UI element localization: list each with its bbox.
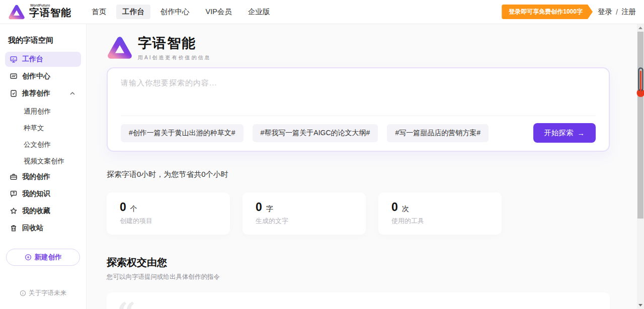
about-link[interactable]: 关于字语未来	[5, 289, 81, 297]
start-explore-label: 开始探索	[544, 128, 574, 138]
auth-links: 登录 / 注册	[598, 7, 636, 17]
thermometer-icon	[636, 67, 644, 98]
nav-item-enterprise[interactable]: 企业版	[242, 5, 276, 19]
search-input[interactable]	[121, 78, 596, 114]
arrow-right-icon: →	[578, 129, 585, 137]
workbench-icon	[10, 55, 18, 63]
sidebar-item-my-knowledge[interactable]: 我的知识	[5, 186, 81, 201]
stat-cards-row: 0 个 创建的项目 0 字 生成的文字 0 次 使用的工具	[107, 192, 637, 235]
new-creation-label: 新建创作	[35, 253, 62, 262]
sidebar-item-label: 回收站	[22, 224, 43, 233]
sidebar-item-creation-center[interactable]: 创作中心	[5, 69, 81, 84]
stat-label: 使用的工具	[391, 217, 489, 226]
auth-divider: /	[616, 8, 618, 16]
plus-circle-icon	[25, 254, 32, 261]
start-explore-button[interactable]: 开始探索 →	[533, 123, 596, 143]
sidebar-subitem-video-copy[interactable]: 视频文案创作	[5, 153, 81, 169]
logo-brand-text: 字语智能	[29, 8, 71, 18]
main-content: 字语智能 用AI创造更有价值的信息 #创作一篇关于黄山出游的种草文# #帮我写一…	[87, 24, 637, 309]
app-logo[interactable]: WordFuture 字语智能 ▪▪▪▪▪▪▪▪▪▪	[8, 4, 71, 21]
hero-tagline: 用AI创造更有价值的信息	[138, 54, 211, 61]
sidebar-item-label: 创作中心	[22, 72, 50, 81]
recommended-icon	[10, 89, 18, 97]
scroll-down-arrow-icon[interactable]	[638, 304, 642, 306]
scroll-up-arrow-icon[interactable]	[638, 27, 642, 29]
suggestion-chips-row: #创作一篇关于黄山出游的种草文# #帮我写一篇关于AIGC的论文大纲# #写一篇…	[121, 116, 596, 143]
stat-value: 0	[391, 200, 398, 214]
logo-small-text: WordFuture	[30, 4, 71, 7]
about-label: 关于字语未来	[29, 289, 66, 297]
creation-center-icon	[10, 72, 18, 80]
stat-value: 0	[120, 200, 126, 214]
sidebar-item-label: 推荐创作	[22, 89, 50, 98]
sidebar-item-label: 我的知识	[22, 189, 50, 198]
stat-card-tools: 0 次 使用的工具	[378, 192, 502, 235]
sidebar-item-recycle-bin[interactable]: 回收站	[5, 221, 81, 236]
login-link[interactable]: 登录	[598, 7, 612, 17]
stat-unit: 个	[130, 204, 137, 214]
sidebar-item-label: 工作台	[22, 55, 43, 64]
star-icon	[10, 207, 18, 215]
top-bar: WordFuture 字语智能 ▪▪▪▪▪▪▪▪▪▪ 首页 工作台 创作中心 V…	[0, 0, 644, 24]
logo-triangle-icon	[8, 4, 25, 21]
hero-logo: 字语智能 用AI创造更有价值的信息	[107, 34, 637, 61]
stat-label: 创建的项目	[120, 217, 217, 226]
stat-card-words: 0 字 生成的文字	[243, 192, 366, 235]
search-card: #创作一篇关于黄山出游的种草文# #帮我写一篇关于AIGC的论文大纲# #写一篇…	[107, 67, 610, 152]
info-circle-icon	[20, 290, 26, 296]
chevron-up-icon[interactable]	[68, 89, 76, 97]
sidebar-subitem-official[interactable]: 公文创作	[5, 136, 81, 153]
stat-value: 0	[256, 200, 262, 214]
sidebar-title: 我的字语空间	[8, 36, 78, 45]
knowledge-icon	[10, 190, 18, 198]
suggestion-chip-dessert[interactable]: #写一篇甜品店的营销方案#	[387, 124, 489, 142]
sidebar-item-my-favorites[interactable]: 我的收藏	[5, 203, 81, 219]
sidebar-item-label: 我的收藏	[22, 207, 50, 216]
sidebar-item-my-creations[interactable]: 我的创作	[5, 169, 81, 184]
suggestion-chip-huangshan[interactable]: #创作一篇关于黄山出游的种草文#	[121, 124, 244, 142]
new-creation-button[interactable]: 新建创作	[6, 249, 80, 266]
briefcase-icon	[10, 173, 18, 181]
nav-item-home[interactable]: 首页	[86, 5, 112, 19]
hero-triangle-icon	[107, 35, 133, 61]
stat-label: 生成的文字	[256, 217, 353, 226]
sidebar-subitem-seeding[interactable]: 种草文	[5, 120, 81, 136]
nav-item-workbench[interactable]: 工作台	[116, 5, 150, 19]
register-link[interactable]: 注册	[621, 7, 636, 17]
logo-dots-decor: ▪▪▪▪▪▪▪▪▪▪	[30, 19, 71, 21]
promo-badge[interactable]: 登录即可享免费创作1000字	[502, 5, 593, 19]
section-subtitle: 您可以向字语提问或给出具体创作的指令	[107, 273, 637, 281]
example-card: “ 字语智能是什么? 嘿，帮我创作一篇北京出游攻略	[107, 292, 610, 309]
scrollbar-thumb[interactable]	[637, 32, 643, 219]
stat-card-projects: 0 个 创建的项目	[107, 192, 230, 235]
trash-icon	[10, 224, 18, 232]
sidebar-item-label: 我的创作	[22, 172, 50, 181]
section-title: 探索权交由您	[107, 256, 637, 269]
suggestion-chip-aigc[interactable]: #帮我写一篇关于AIGC的论文大纲#	[253, 124, 378, 142]
sidebar-item-recommended[interactable]: 推荐创作	[5, 86, 81, 101]
sidebar-subitem-general[interactable]: 通用创作	[5, 103, 81, 120]
stats-summary-line: 探索字语0小时，为您节省共0个小时	[107, 170, 637, 179]
top-nav: 首页 工作台 创作中心 VIP会员 企业版	[86, 5, 276, 19]
sidebar: 我的字语空间 工作台 创作中心 推荐创作 通用创作 种草文 公文创作 视频文案创…	[0, 24, 87, 309]
hero-brand-text: 字语智能	[138, 34, 211, 52]
page-scrollbar[interactable]	[637, 24, 644, 309]
nav-item-creation-center[interactable]: 创作中心	[154, 5, 196, 19]
stat-unit: 字	[266, 204, 273, 214]
nav-item-vip[interactable]: VIP会员	[200, 5, 238, 19]
stat-unit: 次	[402, 204, 409, 214]
sidebar-item-workbench[interactable]: 工作台	[5, 52, 81, 67]
